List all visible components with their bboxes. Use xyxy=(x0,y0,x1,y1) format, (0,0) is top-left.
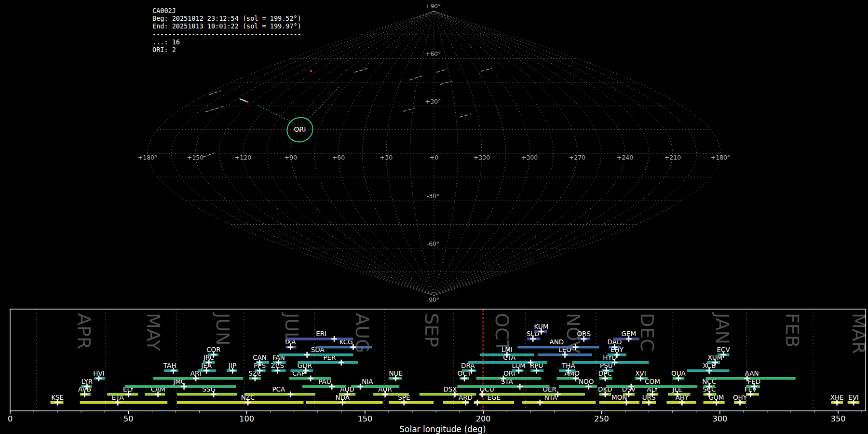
station-code: CA002J xyxy=(152,7,301,14)
month-label: MAY xyxy=(143,313,164,352)
shower-code-label: ECV xyxy=(717,346,731,353)
x-tick-label: 300 xyxy=(713,414,728,423)
sky-map-and-activity-chart: +180°+150+120+90+60+30+0+330+300+270+240… xyxy=(0,0,868,434)
month-label: APR xyxy=(73,313,95,349)
shower-activity-bar xyxy=(80,401,168,404)
shower-code-label: CAN xyxy=(253,353,267,361)
shower-code-label: JIP xyxy=(228,362,236,369)
x-tick-label: 50 xyxy=(123,414,133,423)
shower-activity-bar xyxy=(279,353,353,356)
shower-activity-bar xyxy=(287,338,353,340)
map-longitude-label: +120 xyxy=(235,154,251,161)
begin-time: Beg: 20251012 23:12:54 (sol = 199.52°) xyxy=(152,14,301,22)
sporadic-meteor-trail xyxy=(354,68,367,72)
map-longitude-label: +240 xyxy=(617,154,633,161)
shower-activity-bar xyxy=(513,393,585,396)
shower-activity-bar xyxy=(420,393,476,396)
shower-activity-bar xyxy=(177,401,304,404)
map-longitude-label: +150 xyxy=(187,154,203,161)
map-longitude-label: +270 xyxy=(569,154,585,161)
map-longitude-label: +300 xyxy=(521,154,538,161)
shower-activity-bar xyxy=(705,377,795,380)
month-label: JUL xyxy=(281,312,302,342)
month-label: MAR xyxy=(848,313,868,354)
shower-code-label: TAH xyxy=(163,362,176,369)
map-longitude-label: +180° xyxy=(711,154,731,161)
shower-code-label: NOO xyxy=(579,378,594,385)
shower-peak-marker xyxy=(537,400,543,406)
map-longitude-label: +180° xyxy=(138,154,158,161)
sporadic-count: ...: 16 xyxy=(152,38,301,46)
sporadic-meteor-trail xyxy=(203,153,215,157)
shower-peak-marker xyxy=(339,360,344,366)
shower-activity-bar xyxy=(606,385,697,388)
shower-peak-marker xyxy=(287,392,293,397)
shower-activity-bar xyxy=(316,346,372,349)
x-tick-label: 150 xyxy=(358,414,373,423)
month-label: JUN xyxy=(212,312,233,345)
shower-code-label: LYR xyxy=(81,378,93,385)
shower-code-label: ORS xyxy=(577,330,591,338)
meteor-station-screen: +180°+150+120+90+60+30+0+330+300+270+240… xyxy=(0,0,868,434)
shower-code-label: COR xyxy=(206,346,220,353)
shower-activity-bar xyxy=(302,385,346,388)
shower-activity-bar xyxy=(457,385,549,388)
shower-code-label: KSE xyxy=(51,393,64,401)
shower-meteor-trail xyxy=(258,106,295,123)
shower-activity-bar xyxy=(476,377,542,380)
shower-activity-bar xyxy=(290,369,313,372)
shower-activity-bar xyxy=(298,361,358,364)
shower-code-label: OHY xyxy=(733,393,747,401)
shower-peak-marker xyxy=(475,400,480,406)
shower-activity-bar xyxy=(373,393,409,396)
shower-code-label: GEM xyxy=(622,330,637,338)
shower-peak-marker xyxy=(331,336,337,342)
shower-code-label: EVI xyxy=(848,393,859,401)
shower-activity-bar xyxy=(145,393,165,396)
x-axis-title: Solar longitude (deg) xyxy=(399,424,486,434)
shower-activity-bar xyxy=(599,401,639,404)
shower-activity-bar xyxy=(389,401,434,404)
sporadic-meteor-trail xyxy=(409,76,422,80)
map-longitude-label: +210 xyxy=(665,154,681,161)
x-tick-label: 0 xyxy=(8,414,13,423)
sporadic-meteor-trail xyxy=(209,91,221,95)
x-tick-label: 350 xyxy=(831,414,846,423)
shower-code-label: LMI xyxy=(502,346,513,353)
shower-activity-bar xyxy=(125,385,236,388)
shower-activity-bar xyxy=(107,393,138,396)
shower-activity-bar xyxy=(572,361,649,364)
x-tick-label: 100 xyxy=(239,414,254,423)
shower-activity-bar xyxy=(244,393,315,396)
shower-code-label: XVI xyxy=(635,369,646,377)
sporadic-meteor-trail xyxy=(460,114,471,117)
month-label: FEB xyxy=(782,313,803,348)
map-meridian xyxy=(291,11,434,296)
shower-count: ORI: 2 xyxy=(152,46,301,54)
x-tick-label: 250 xyxy=(594,414,609,423)
shower-activity-bar xyxy=(468,361,547,364)
shower-activity-bar xyxy=(522,401,596,404)
radiant-label: ORI xyxy=(294,125,306,133)
shower-activity-bar xyxy=(517,346,599,349)
x-tick-label: 200 xyxy=(476,414,491,423)
meteor-begin-point xyxy=(310,70,312,72)
separator: -------------------------------------- xyxy=(152,30,301,38)
map-longitude-label: +90 xyxy=(285,154,297,161)
map-latitude-label: +90° xyxy=(425,2,441,10)
shower-code-label: XHE xyxy=(830,393,844,401)
map-latitude-label: +30° xyxy=(425,98,441,105)
shower-activity-bar xyxy=(177,393,237,396)
observation-summary: CA002J Beg: 20251012 23:12:54 (sol = 199… xyxy=(152,7,301,54)
map-longitude-label: +30 xyxy=(380,154,393,161)
end-time: End: 20251013 10:01:22 (sol = 199.97°) xyxy=(152,22,301,30)
shower-code-label: ERI xyxy=(316,330,326,338)
map-latitude-label: -60° xyxy=(427,240,440,247)
map-longitude-label: +0 xyxy=(430,154,438,161)
sporadic-meteor-trail xyxy=(481,68,492,71)
map-longitude-label: +330 xyxy=(474,154,490,161)
shower-code-label: DSX xyxy=(443,385,457,393)
shower-peak-marker xyxy=(304,352,310,358)
shower-code-label: KUM xyxy=(534,323,548,330)
meteor-begin-point xyxy=(246,101,248,103)
